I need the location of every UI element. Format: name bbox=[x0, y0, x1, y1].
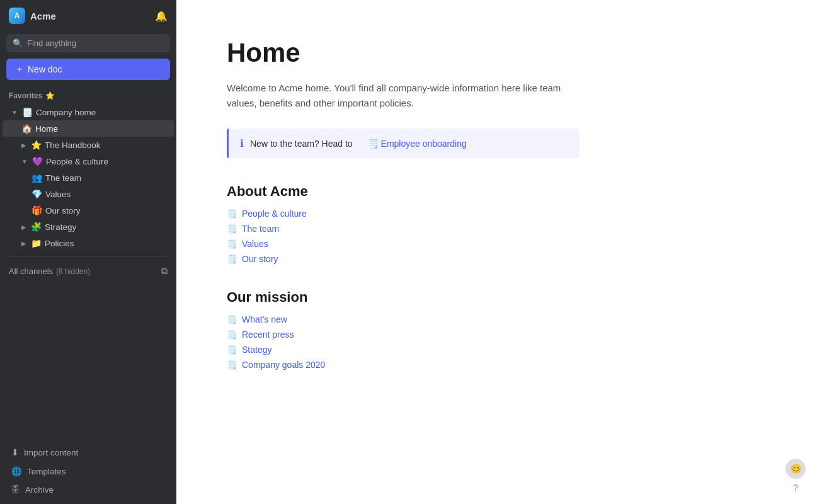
chevron-down-icon-pc: ▼ bbox=[21, 158, 28, 165]
link-our-story-label: Our story bbox=[242, 254, 278, 264]
doc-icon-6: 🗒️ bbox=[227, 330, 237, 340]
channels-label: All channels bbox=[9, 266, 53, 276]
sidebar-bottom: ⬇ Import content 🌐 Templates 🗄 Archive bbox=[0, 443, 176, 504]
link-stategy[interactable]: 🗒️ Stategy bbox=[227, 345, 767, 355]
handbook-star-icon: ⭐ bbox=[31, 140, 42, 150]
sidebar-header: A Acme 🔔 bbox=[0, 0, 176, 32]
home-icon: 🏠 bbox=[21, 123, 32, 134]
link-people-culture-label: People & culture bbox=[242, 209, 307, 219]
import-content-item[interactable]: ⬇ Import content bbox=[3, 443, 174, 462]
templates-item[interactable]: 🌐 Templates bbox=[3, 462, 174, 481]
link-our-story[interactable]: 🗒️ Our story bbox=[227, 254, 767, 264]
doc-icon-4: 🗒️ bbox=[227, 255, 237, 264]
the-team-label: The team bbox=[45, 173, 81, 183]
link-people-culture[interactable]: 🗒️ People & culture bbox=[227, 209, 767, 219]
notification-bell-icon[interactable]: 🔔 bbox=[155, 10, 168, 22]
home-label: Home bbox=[35, 124, 58, 134]
sidebar: A Acme 🔔 🔍 Find anything ＋ New doc Favor… bbox=[0, 0, 176, 504]
onboarding-doc-icon: 🗒️ bbox=[368, 139, 379, 149]
archive-item[interactable]: 🗄 Archive bbox=[3, 481, 174, 499]
our-story-icon: 🎁 bbox=[31, 205, 42, 215]
link-company-goals[interactable]: 🗒️ Company goals 2020 bbox=[227, 360, 767, 370]
handbook-label: The Handbook bbox=[45, 140, 101, 150]
all-channels-left: All channels (8 hidden) bbox=[9, 266, 90, 276]
templates-label: Templates bbox=[27, 467, 66, 476]
values-label: Values bbox=[45, 190, 71, 199]
search-icon: 🔍 bbox=[13, 38, 23, 48]
info-icon: ℹ bbox=[240, 137, 244, 149]
app-title-area[interactable]: A Acme bbox=[9, 8, 56, 24]
sidebar-item-our-story[interactable]: 🎁 Our story bbox=[3, 202, 174, 219]
sidebar-item-policies[interactable]: ▶ 📁 Policies bbox=[3, 235, 174, 251]
divider bbox=[9, 256, 168, 257]
new-doc-button[interactable]: ＋ New doc bbox=[6, 59, 170, 80]
main-content: Home Welcome to Acme home. You'll find a… bbox=[176, 0, 817, 504]
policies-icon: 📁 bbox=[31, 238, 42, 248]
doc-icon-1: 🗒️ bbox=[227, 209, 237, 219]
sidebar-item-handbook[interactable]: ▶ ⭐ The Handbook bbox=[3, 137, 174, 153]
templates-icon: 🌐 bbox=[11, 466, 22, 476]
link-company-goals-label: Company goals 2020 bbox=[242, 360, 325, 370]
link-recent-press-label: Recent press bbox=[242, 329, 294, 340]
strategy-label: Strategy bbox=[45, 222, 76, 232]
all-channels[interactable]: All channels (8 hidden) ⧉ bbox=[0, 262, 176, 280]
our-mission-links: 🗒️ What's new 🗒️ Recent press 🗒️ Stategy… bbox=[227, 314, 767, 370]
banner-text: New to the team? Head to bbox=[250, 139, 353, 149]
doc-icon-5: 🗒️ bbox=[227, 315, 237, 324]
chevron-right-policies-icon: ▶ bbox=[21, 240, 26, 247]
info-banner: ℹ New to the team? Head to 🗒️ Employee o… bbox=[227, 129, 580, 158]
copy-icon[interactable]: ⧉ bbox=[161, 266, 168, 277]
link-recent-press[interactable]: 🗒️ Recent press bbox=[227, 329, 767, 340]
page-subtitle: Welcome to Acme home. You'll find all co… bbox=[227, 81, 580, 111]
channels-count: (8 hidden) bbox=[56, 267, 90, 276]
link-values[interactable]: 🗒️ Values bbox=[227, 239, 767, 249]
search-bar[interactable]: 🔍 Find anything bbox=[6, 34, 170, 52]
sidebar-item-values[interactable]: 💎 Values bbox=[3, 186, 174, 202]
new-doc-label: New doc bbox=[28, 64, 62, 74]
people-culture-icon: 💜 bbox=[32, 156, 43, 166]
app-icon: A bbox=[9, 8, 25, 24]
our-story-label: Our story bbox=[45, 206, 81, 215]
policies-label: Policies bbox=[45, 239, 74, 248]
search-label: Find anything bbox=[27, 38, 76, 48]
star-icon: ⭐ bbox=[45, 91, 55, 100]
people-culture-label: People & culture bbox=[46, 157, 108, 166]
doc-icon-8: 🗒️ bbox=[227, 360, 237, 370]
team-icon: 👥 bbox=[31, 173, 42, 183]
plus-icon: ＋ bbox=[15, 64, 24, 75]
favorites-label: Favorites ⭐ bbox=[0, 89, 176, 104]
about-acme-links: 🗒️ People & culture 🗒️ The team 🗒️ Value… bbox=[227, 209, 767, 264]
import-label: Import content bbox=[24, 448, 78, 457]
strategy-icon: 🧩 bbox=[31, 222, 42, 232]
company-home-label: Company home bbox=[36, 108, 96, 117]
our-mission-title: Our mission bbox=[227, 289, 767, 306]
sidebar-item-the-team[interactable]: 👥 The team bbox=[3, 169, 174, 186]
chevron-down-icon: ▼ bbox=[11, 109, 18, 116]
sidebar-item-home[interactable]: 🏠 Home bbox=[3, 120, 174, 137]
link-the-team[interactable]: 🗒️ The team bbox=[227, 224, 767, 234]
doc-icon-7: 🗒️ bbox=[227, 345, 237, 355]
link-values-label: Values bbox=[242, 239, 268, 249]
help-bubble: 😊 ? bbox=[786, 459, 806, 493]
company-home-icon: 🗒️ bbox=[22, 107, 33, 117]
help-question-mark[interactable]: ? bbox=[793, 483, 798, 493]
employee-onboarding-link[interactable]: 🗒️ Employee onboarding bbox=[368, 139, 467, 149]
archive-label: Archive bbox=[25, 485, 54, 495]
doc-icon-2: 🗒️ bbox=[227, 224, 237, 234]
chevron-right-icon: ▶ bbox=[21, 142, 26, 149]
archive-icon: 🗄 bbox=[11, 485, 20, 495]
link-whats-new[interactable]: 🗒️ What's new bbox=[227, 314, 767, 324]
chevron-right-strategy-icon: ▶ bbox=[21, 224, 26, 231]
sidebar-item-company-home[interactable]: ▼ 🗒️ Company home bbox=[3, 104, 174, 120]
values-icon: 💎 bbox=[31, 189, 42, 199]
link-whats-new-label: What's new bbox=[242, 314, 287, 324]
onboarding-link-label: Employee onboarding bbox=[381, 139, 467, 149]
about-acme-title: About Acme bbox=[227, 183, 767, 200]
help-avatar[interactable]: 😊 bbox=[786, 459, 806, 479]
sidebar-item-people-culture[interactable]: ▼ 💜 People & culture bbox=[3, 153, 174, 169]
doc-icon-3: 🗒️ bbox=[227, 239, 237, 249]
app-name: Acme bbox=[30, 11, 56, 21]
sidebar-item-strategy[interactable]: ▶ 🧩 Strategy bbox=[3, 219, 174, 235]
page-title: Home bbox=[227, 38, 767, 68]
import-icon: ⬇ bbox=[11, 447, 19, 457]
